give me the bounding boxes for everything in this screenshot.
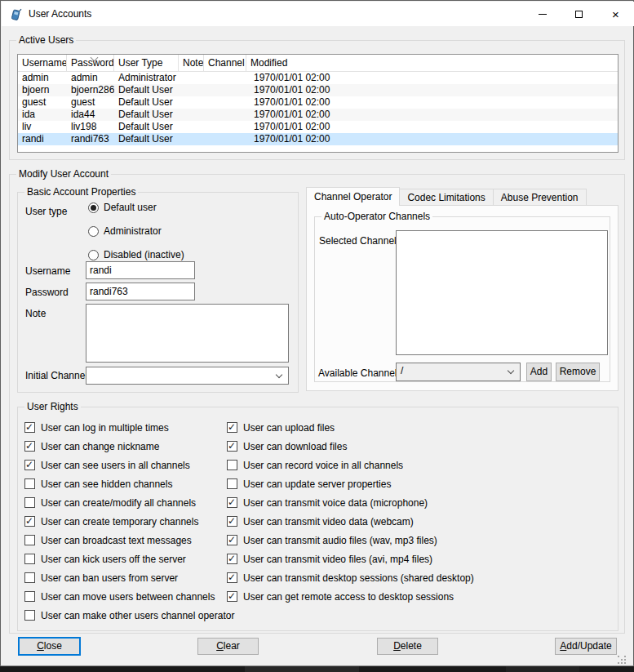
user-right-checkbox[interactable]: User can see hidden channels <box>24 478 234 489</box>
table-cell <box>179 133 204 145</box>
user-right-checkbox[interactable]: User can broadcast text messages <box>24 535 234 545</box>
table-row[interactable]: guestguestDefault User1970/01/01 02:00 <box>18 96 618 109</box>
checkbox-label: User can see users in all channels <box>41 460 190 471</box>
user-type-radio-administrator[interactable]: Administrator <box>88 225 184 237</box>
checkmark-icon: ✓ <box>228 421 236 433</box>
remove-button[interactable]: Remove <box>556 363 600 381</box>
app-icon <box>9 7 23 21</box>
username-input[interactable] <box>86 261 195 279</box>
checkmark-icon: ✓ <box>228 534 236 545</box>
table-row[interactable]: adminadminAdministrator1970/01/01 02:00 <box>18 72 618 84</box>
close-window-button[interactable]: × <box>597 2 634 26</box>
table-cell: Default User <box>114 121 179 133</box>
add-update-button[interactable]: Add/Update <box>555 638 617 655</box>
table-cell: 1970/01/01 02:00 <box>246 84 618 96</box>
user-right-checkbox[interactable]: User can make other users channel operat… <box>24 610 234 621</box>
add-button[interactable]: Add <box>526 363 552 381</box>
user-right-checkbox[interactable]: ✓User can transmit video files (avi, mp4… <box>227 554 474 564</box>
tab-abuse-prevention[interactable]: Abuse Prevention <box>493 189 587 206</box>
user-right-checkbox[interactable]: ✓User can get remote access to desktop s… <box>227 591 474 602</box>
window: User Accounts × Active Users UsernamePas… <box>0 0 634 666</box>
table-row[interactable]: randirandi763Default User1970/01/01 02:0… <box>18 133 618 145</box>
table-cell <box>204 121 246 133</box>
user-right-checkbox[interactable]: ✓User can transmit voice data (microphon… <box>227 497 474 508</box>
user-right-checkbox[interactable]: ✓User can upload files <box>227 422 474 433</box>
user-right-checkbox[interactable]: ✓User can change nickname <box>24 441 234 452</box>
title-bar[interactable]: User Accounts × <box>2 2 634 26</box>
checkbox-label: User can broadcast text messages <box>41 535 192 546</box>
table-cell: randi <box>18 133 67 145</box>
close-button[interactable]: Close <box>18 637 81 656</box>
column-header-channel[interactable]: Channel <box>204 55 246 71</box>
table-cell: Default User <box>114 84 179 96</box>
note-textarea[interactable] <box>86 304 289 363</box>
table-row[interactable]: idaida44Default User1970/01/01 02:00 <box>18 109 618 121</box>
column-header-username[interactable]: Username <box>18 55 67 71</box>
user-right-checkbox[interactable]: ✓User can log in multiple times <box>24 422 234 433</box>
user-table[interactable]: UsernamePasswordUser TypeNoteChannelModi… <box>17 54 618 153</box>
clear-button[interactable]: Clear <box>197 638 259 655</box>
user-right-checkbox[interactable]: ✓User can see users in all channels <box>24 460 234 470</box>
minimize-button[interactable] <box>524 2 561 26</box>
maximize-button[interactable] <box>561 2 597 26</box>
maximize-icon <box>575 11 583 18</box>
user-right-checkbox[interactable]: ✓User can transmit video data (webcam) <box>227 516 474 527</box>
table-cell: liv <box>18 121 67 133</box>
checkbox-label: User can record voice in all channels <box>243 460 403 471</box>
window-title: User Accounts <box>29 8 91 20</box>
user-right-checkbox[interactable]: User can ban users from server <box>24 572 234 583</box>
table-cell: bjoern <box>18 84 67 96</box>
checkbox-label: User can log in multiple times <box>41 422 169 434</box>
table-cell: liv198 <box>67 121 114 133</box>
user-right-checkbox[interactable]: User can record voice in all channels <box>227 460 474 470</box>
table-row[interactable]: bjoernbjoern286Default User1970/01/01 02… <box>18 84 618 96</box>
password-input[interactable] <box>86 283 195 300</box>
checked-checkbox-icon: ✓ <box>227 554 237 564</box>
delete-button[interactable]: Delete <box>377 638 438 655</box>
column-header-modified[interactable]: Modified <box>246 55 618 71</box>
checked-checkbox-icon: ✓ <box>227 441 237 452</box>
column-header-user-type[interactable]: User Type <box>114 55 179 71</box>
column-header-note[interactable]: Note <box>179 55 204 71</box>
chevron-down-icon <box>276 372 282 378</box>
tab-channel-operator[interactable]: Channel Operator <box>306 187 400 206</box>
initial-channel-combobox[interactable] <box>86 367 289 385</box>
user-type-radio-disabled-inactive[interactable]: Disabled (inactive) <box>88 249 184 260</box>
checkbox-label: User can make other users channel operat… <box>41 610 234 621</box>
checkbox-label: User can upload files <box>243 422 335 434</box>
radio-icon <box>88 226 99 237</box>
table-cell <box>179 109 204 121</box>
radio-label: Default user <box>104 202 157 213</box>
user-right-checkbox[interactable]: User can create/modify all channels <box>24 497 234 508</box>
table-cell: ida <box>18 109 67 121</box>
user-right-checkbox[interactable]: ✓User can create temporary channels <box>24 516 234 527</box>
available-channels-combobox[interactable]: / <box>396 363 521 381</box>
user-type-label: User type <box>25 206 67 217</box>
radio-label: Disabled (inactive) <box>104 249 184 260</box>
user-right-checkbox[interactable]: ✓User can transmit desktop sessions (sha… <box>227 572 474 583</box>
table-cell <box>179 121 204 133</box>
user-right-checkbox[interactable]: User can move users between channels <box>24 591 234 602</box>
auto-operator-channels-legend: Auto-Operator Channels <box>321 211 432 222</box>
selected-channels-listbox[interactable] <box>396 230 608 355</box>
table-row[interactable]: livliv198Default User1970/01/01 02:00 <box>18 121 618 133</box>
checkbox-label: User can create/modify all channels <box>41 497 196 509</box>
checkmark-icon: ✓ <box>228 572 236 583</box>
checkmark-icon: ✓ <box>228 440 236 452</box>
minimize-icon <box>539 14 547 15</box>
password-label: Password <box>25 287 69 298</box>
user-right-checkbox[interactable]: User can kick users off the server <box>24 554 234 564</box>
user-right-checkbox[interactable]: ✓User can download files <box>227 441 474 452</box>
checkbox-label: User can get remote access to desktop se… <box>243 591 454 603</box>
table-cell: guest <box>18 96 67 109</box>
checked-checkbox-icon: ✓ <box>24 441 35 452</box>
unchecked-checkbox-icon <box>24 610 35 621</box>
tab-codec-limitations[interactable]: Codec Limitations <box>399 189 493 206</box>
user-right-checkbox[interactable]: User can update server properties <box>227 478 474 489</box>
resize-grip[interactable] <box>617 655 627 665</box>
checkbox-label: User can kick users off the server <box>41 554 186 565</box>
user-right-checkbox[interactable]: ✓User can transmit audio files (wav, mp3… <box>227 535 474 545</box>
table-cell: admin <box>18 72 67 84</box>
user-type-radio-default-user[interactable]: Default user <box>88 202 184 213</box>
table-cell: guest <box>67 96 114 109</box>
